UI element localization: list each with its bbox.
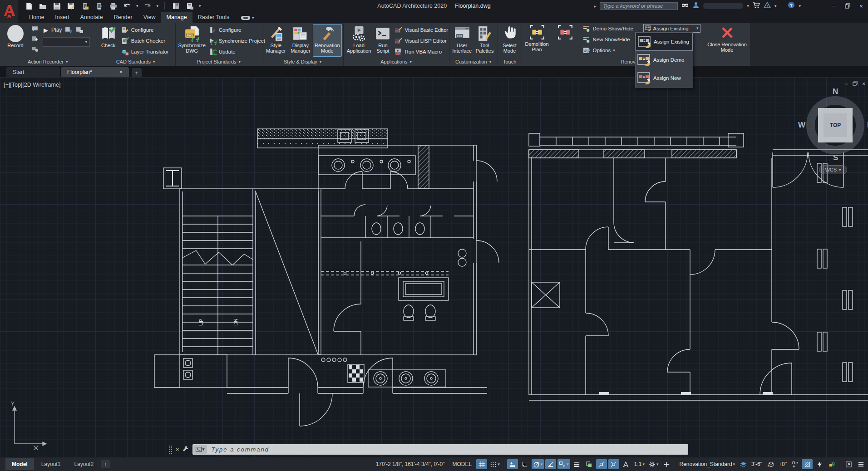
new-drawing-tab-button[interactable]: + — [132, 68, 142, 77]
clean-screen-icon[interactable] — [843, 459, 854, 469]
synchronize-dwg-button[interactable]: DWG Synchronize DWG — [177, 24, 207, 57]
autocad-logo[interactable] — [0, 0, 18, 23]
drawing-canvas[interactable]: [−][Top][2D Wireframe] − × — [0, 77, 868, 457]
undo-icon[interactable] — [122, 1, 132, 10]
save-web-mobile-icon[interactable] — [94, 1, 104, 10]
annotation-scale-button[interactable]: 1:1▾ — [633, 459, 646, 469]
visual-lisp-editor-button[interactable]: LISP Visual LISP Editor — [393, 35, 450, 46]
save-icon[interactable] — [52, 1, 62, 10]
record-button[interactable]: Record — [1, 24, 30, 57]
new-icon[interactable] — [24, 1, 34, 10]
help-dropdown-icon[interactable]: ▾ — [799, 4, 801, 8]
account-name[interactable] — [703, 3, 743, 9]
drawing-close-button[interactable]: × — [862, 81, 865, 87]
new-layout-button[interactable]: + — [101, 460, 110, 468]
tab-render[interactable]: Render — [108, 12, 138, 23]
isometric-drafting-icon[interactable] — [545, 459, 556, 469]
object-snap-3d-icon[interactable] — [608, 459, 619, 469]
redo-icon[interactable] — [143, 1, 153, 10]
dynamic-input-icon[interactable] — [507, 459, 518, 469]
assign-dropdown-icon[interactable]: ▾ — [696, 26, 699, 30]
lineweight-icon[interactable] — [572, 459, 582, 469]
tab-home[interactable]: Home — [24, 12, 49, 23]
demolition-plan-button[interactable]: Demolition Plan — [523, 23, 551, 55]
display-manager-button[interactable]: Display Manager — [288, 24, 313, 57]
batch-checker-button[interactable]: Batch Checker — [119, 35, 171, 46]
annotation-monitor-icon[interactable] — [814, 459, 825, 469]
snap-mode-icon[interactable]: ▾ — [488, 459, 501, 469]
account-dropdown-icon[interactable]: ▾ — [747, 4, 749, 8]
select-mode-button[interactable]: Select Mode — [499, 24, 520, 57]
minimize-button[interactable]: − — [829, 1, 839, 10]
panel-label-applications[interactable]: Applications▾ — [344, 58, 449, 66]
restore-button[interactable] — [843, 1, 853, 10]
workspace-icon[interactable] — [171, 1, 181, 10]
run-script-button[interactable]: Run Script — [373, 24, 393, 57]
assign-existing-split-button[interactable]: Assign Existing ▾ — [643, 24, 700, 33]
file-tab-close-icon[interactable]: × — [119, 69, 123, 75]
tab-annotate[interactable]: Annotate — [75, 12, 108, 23]
tab-view[interactable]: View — [138, 12, 161, 23]
panel-label-project-standards[interactable]: Project Standards▾ — [176, 58, 262, 66]
help-icon[interactable]: ? — [788, 1, 795, 10]
menu-item-assign-existing[interactable]: Assign Existing — [636, 33, 693, 51]
preference-icon[interactable] — [65, 26, 73, 34]
command-input-bar[interactable]: ▾ — [192, 444, 688, 455]
tab-raster-tools[interactable]: Raster Tools — [192, 12, 235, 23]
search-collapse-icon[interactable]: ▸ — [594, 4, 596, 9]
recent-commands-button[interactable]: ▾ — [193, 445, 207, 454]
insert-base-point-icon[interactable] — [31, 35, 39, 43]
new-show-hide-button[interactable]: New Show/Hide — [581, 34, 635, 45]
play-button[interactable]: Play — [51, 27, 62, 33]
panel-label-customization[interactable]: Customization▾ — [449, 58, 498, 66]
annotation-visibility-gear-icon[interactable]: ▾ — [647, 459, 660, 469]
model-tab[interactable]: Model — [5, 458, 34, 470]
configure-project-button[interactable]: Configure — [207, 25, 267, 35]
close-renovation-mode-button[interactable]: Close Renovation Mode — [703, 23, 752, 56]
a360-icon[interactable] — [764, 1, 771, 10]
compass-west[interactable]: W — [798, 121, 805, 130]
drawing-minimize-button[interactable]: − — [845, 81, 848, 87]
layer-translator-button[interactable]: Layer Translator — [119, 46, 171, 57]
command-drag-handle[interactable] — [169, 446, 173, 454]
tool-palettes-button[interactable]: Tool Palettes — [473, 24, 496, 57]
object-snap-tracking-icon[interactable]: ▾ — [557, 459, 570, 469]
pause-user-input-icon[interactable] — [31, 45, 39, 53]
viewport-controls[interactable]: [−][Top][2D Wireframe] — [4, 82, 60, 88]
ortho-mode-icon[interactable] — [519, 459, 530, 469]
customization-menu-icon[interactable] — [855, 459, 866, 469]
workspace-status-icon[interactable] — [826, 459, 837, 469]
open-web-mobile-icon[interactable] — [80, 1, 90, 10]
synchronize-project-button[interactable]: Synchronize Project — [207, 35, 267, 46]
file-tab-floorplan[interactable]: Floorplan* × — [61, 67, 129, 77]
renovation-options-button[interactable]: Options ▾ — [581, 45, 635, 56]
insert-message-icon[interactable] — [31, 25, 39, 33]
load-application-button[interactable]: Load Application — [345, 24, 373, 57]
compass-south[interactable]: S — [833, 153, 838, 162]
user-interface-button[interactable]: CUI User Interface — [451, 24, 473, 57]
close-button[interactable]: × — [856, 1, 866, 10]
ribbon-display-toggle[interactable]: ▾ — [241, 16, 254, 23]
sign-in-icon[interactable] — [692, 1, 700, 10]
demo-show-hide-button[interactable]: Demo Show/Hide — [581, 23, 635, 34]
qat-dropdown-icon[interactable]: ▾ — [199, 4, 201, 8]
a360-dropdown-icon[interactable]: ▾ — [774, 4, 777, 8]
update-standards-button[interactable]: Update — [207, 46, 267, 57]
layout2-tab[interactable]: Layout2 — [68, 458, 100, 470]
run-vba-macro-button[interactable]: VBA Run VBA Macro — [393, 46, 450, 57]
drawing-restore-button[interactable] — [853, 81, 858, 87]
tab-insert[interactable]: Insert — [49, 12, 74, 23]
command-close-icon[interactable]: × — [176, 446, 179, 453]
undo-dropdown-icon[interactable]: ▾ — [136, 4, 138, 8]
hatch-background-icon[interactable] — [802, 459, 813, 469]
renovation-standard-selector[interactable]: Renovation_Standard▾ — [678, 459, 736, 469]
selection-cycling-icon[interactable] — [789, 459, 800, 469]
layout1-tab[interactable]: Layout1 — [35, 458, 67, 470]
save-as-icon[interactable] — [66, 1, 76, 10]
model-space-toggle[interactable]: MODEL — [449, 461, 475, 467]
redo-dropdown-icon[interactable]: ▾ — [157, 4, 159, 8]
manage-action-macros-icon[interactable] — [76, 26, 84, 34]
object-snap-icon[interactable] — [596, 459, 607, 469]
workspace-switching-plus-icon[interactable] — [661, 459, 672, 469]
angle-display[interactable]: +0" — [777, 459, 788, 469]
